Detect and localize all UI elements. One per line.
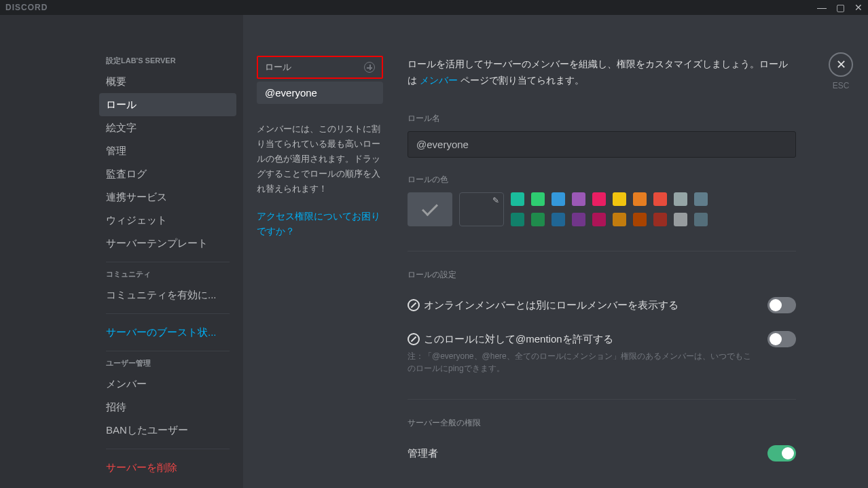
color-swatch[interactable] bbox=[592, 192, 606, 206]
custom-color-swatch[interactable]: ✎ bbox=[459, 192, 504, 226]
role-name-label: ロール名 bbox=[408, 113, 796, 124]
app-logo: DISCORD bbox=[5, 3, 48, 12]
sidebar-left-gutter bbox=[0, 15, 95, 488]
minimize-button[interactable]: — bbox=[817, 2, 827, 13]
perm-administrator: 管理者 bbox=[408, 445, 796, 461]
sidebar-divider bbox=[106, 313, 230, 314]
sidebar-item-emoji[interactable]: 絵文字 bbox=[99, 116, 236, 139]
setting-allow-mention: このロールに対して@mentionを許可する 注：「@everyone、@her… bbox=[408, 331, 796, 374]
maximize-button[interactable]: ▢ bbox=[836, 2, 845, 13]
sidebar-heading-user-mgmt: ユーザー管理 bbox=[106, 358, 230, 368]
color-swatch[interactable] bbox=[674, 192, 687, 206]
setting-title: オンラインメンバーとは別にロールメンバーを表示する bbox=[408, 297, 679, 313]
setting-title: このロールに対して@mentionを許可する bbox=[408, 331, 754, 347]
color-swatch[interactable] bbox=[694, 213, 708, 226]
sidebar-divider bbox=[106, 262, 230, 262]
close-button[interactable]: ✕ bbox=[854, 2, 863, 13]
role-item-everyone[interactable]: @everyone bbox=[257, 82, 383, 104]
setting-text: このロールに対して@mentionを許可する bbox=[424, 331, 613, 347]
sidebar-item-members[interactable]: メンバー bbox=[99, 372, 236, 396]
esc-button[interactable]: ✕ bbox=[829, 52, 853, 77]
sidebar-item-moderation[interactable]: 管理 bbox=[99, 139, 236, 162]
esc-label: ESC bbox=[814, 81, 868, 90]
app-body: 設定LAB'S SERVER 概要 ロール 絵文字 管理 監査ログ 連携サービス… bbox=[0, 15, 868, 488]
color-swatch[interactable] bbox=[633, 192, 647, 206]
sidebar-item-audit-log[interactable]: 監査ログ bbox=[99, 162, 236, 186]
toggle-allow-mention[interactable] bbox=[767, 331, 796, 347]
members-link[interactable]: メンバー bbox=[420, 75, 458, 86]
general-perms-label: サーバー全般の権限 bbox=[408, 417, 796, 429]
eyedropper-icon: ✎ bbox=[492, 196, 499, 205]
perm-text: 管理者 bbox=[408, 445, 438, 461]
sidebar-item-integrations[interactable]: 連携サービス bbox=[99, 186, 236, 209]
settings-sidebar: 設定LAB'S SERVER 概要 ロール 絵文字 管理 監査ログ 連携サービス… bbox=[95, 15, 243, 488]
add-role-icon[interactable] bbox=[364, 62, 375, 73]
color-swatch[interactable] bbox=[633, 213, 647, 226]
sidebar-item-template[interactable]: サーバーテンプレート bbox=[99, 232, 236, 255]
sidebar-heading-community: コミュニティ bbox=[106, 269, 230, 279]
sidebar-item-roles[interactable]: ロール bbox=[99, 93, 236, 116]
setting-display-separately: オンラインメンバーとは別にロールメンバーを表示する bbox=[408, 297, 796, 313]
sidebar-item-overview[interactable]: 概要 bbox=[99, 70, 236, 93]
color-row-2 bbox=[511, 213, 708, 226]
color-grid bbox=[511, 192, 708, 226]
content-area: ロール @everyone メンバーには、このリストに割り当てられている最も高い… bbox=[243, 15, 868, 488]
color-swatch[interactable] bbox=[531, 213, 545, 226]
color-swatch[interactable] bbox=[572, 192, 585, 206]
divider bbox=[408, 251, 796, 251]
color-swatch[interactable] bbox=[613, 192, 626, 206]
color-swatch[interactable] bbox=[511, 213, 524, 226]
toggle-display-separately[interactable] bbox=[767, 297, 796, 313]
color-swatch[interactable] bbox=[694, 192, 708, 206]
role-settings-label: ロールの設定 bbox=[408, 269, 796, 281]
esc-column: ✕ ESC bbox=[814, 15, 868, 488]
color-swatch[interactable] bbox=[613, 213, 626, 226]
roles-header[interactable]: ロール bbox=[257, 56, 383, 79]
titlebar: DISCORD — ▢ ✕ bbox=[0, 0, 868, 15]
roles-help-link[interactable]: アクセス権限についてお困りですか？ bbox=[257, 209, 383, 239]
color-row-1 bbox=[511, 192, 708, 206]
check-icon bbox=[422, 200, 438, 216]
sidebar-item-invites[interactable]: 招待 bbox=[99, 396, 236, 419]
roles-intro: ロールを活用してサーバーのメンバーを組織し、権限をカスタマイズしましょう。ロール… bbox=[408, 56, 796, 88]
color-swatch[interactable] bbox=[592, 213, 606, 226]
roles-column: ロール @everyone メンバーには、このリストに割り当てられている最も高い… bbox=[243, 15, 394, 488]
role-settings-column: ロールを活用してサーバーのメンバーを組織し、権限をカスタマイズしましょう。ロール… bbox=[394, 15, 814, 488]
intro-text-post: ページで割り当てられます。 bbox=[458, 75, 584, 86]
sidebar-heading-server: 設定LAB'S SERVER bbox=[106, 56, 230, 66]
setting-note: 注：「@everyone、@here、全てのロールにメンション」権限のあるメンバ… bbox=[408, 350, 754, 374]
sidebar-item-delete-server[interactable]: サーバーを削除 bbox=[99, 456, 236, 479]
color-swatch[interactable] bbox=[572, 213, 585, 226]
window-buttons: — ▢ ✕ bbox=[817, 2, 863, 13]
divider bbox=[408, 399, 796, 400]
setting-text: オンラインメンバーとは別にロールメンバーを表示する bbox=[424, 297, 679, 313]
default-color-swatch[interactable] bbox=[408, 192, 452, 226]
color-swatch[interactable] bbox=[551, 192, 565, 206]
color-swatch[interactable] bbox=[653, 192, 667, 206]
roles-hint-text: メンバーには、このリストに割り当てられている最も高いロールの色が適用されます。ド… bbox=[257, 122, 383, 196]
sidebar-item-enable-community[interactable]: コミュニティを有効に... bbox=[99, 283, 236, 307]
color-swatch[interactable] bbox=[653, 213, 667, 226]
prohibited-icon bbox=[408, 333, 420, 345]
color-swatch[interactable] bbox=[531, 192, 545, 206]
sidebar-divider bbox=[106, 351, 230, 351]
perm-title: 管理者 bbox=[408, 445, 438, 461]
color-swatch[interactable] bbox=[511, 192, 524, 206]
color-swatch[interactable] bbox=[674, 213, 687, 226]
toggle-administrator[interactable] bbox=[767, 445, 796, 461]
roles-header-label: ロール bbox=[265, 61, 291, 73]
sidebar-item-bans[interactable]: BANしたユーザー bbox=[99, 419, 236, 442]
color-picker-row: ✎ bbox=[408, 192, 796, 226]
role-color-label: ロールの色 bbox=[408, 174, 796, 186]
color-swatch[interactable] bbox=[551, 213, 565, 226]
prohibited-icon bbox=[408, 299, 420, 311]
sidebar-item-widget[interactable]: ウィジェット bbox=[99, 209, 236, 232]
sidebar-divider bbox=[106, 449, 230, 449]
role-name-input[interactable] bbox=[408, 131, 796, 158]
sidebar-item-boost[interactable]: サーバーのブースト状... bbox=[99, 321, 236, 344]
